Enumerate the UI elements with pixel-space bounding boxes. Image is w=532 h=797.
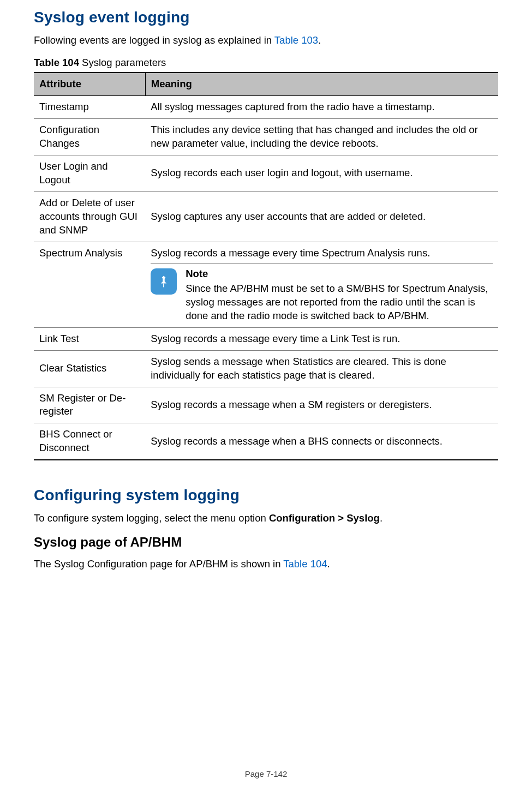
cell-attr: Spectrum Analysis (34, 242, 145, 327)
table-caption: Table 104 Syslog parameters (34, 57, 498, 69)
cell-attr: BHS Connect or Disconnect (34, 423, 145, 460)
intro-text-before: Following events are logged in syslog as… (34, 34, 274, 46)
note-text-wrap: Note Since the AP/BHM must be set to a S… (186, 267, 493, 323)
pin-note-icon (151, 268, 177, 295)
table-caption-label: Table 104 (34, 57, 79, 68)
cell-meaning: Syslog sends a message when Statistics a… (145, 350, 498, 387)
cell-attr: Add or Delete of user accounts through G… (34, 191, 145, 242)
note-body: Since the AP/BHM must be set to a SM/BHS… (186, 283, 488, 321)
page-container: Syslog event logging Following events ar… (0, 0, 532, 797)
heading-syslog-event-logging: Syslog event logging (34, 9, 498, 26)
note-title: Note (186, 267, 493, 281)
cell-attr: Link Test (34, 327, 145, 350)
heading-syslog-page-apbhm: Syslog page of AP/BHM (34, 535, 498, 550)
th-meaning: Meaning (145, 73, 498, 95)
link-table-103[interactable]: Table 103 (274, 34, 318, 46)
cell-attr: User Login and Logout (34, 155, 145, 191)
note-block: Note Since the AP/BHM must be set to a S… (151, 263, 493, 323)
syslog-parameters-table: Attribute Meaning Timestamp All syslog m… (34, 72, 498, 460)
heading-configuring-system-logging: Configuring system logging (34, 487, 498, 504)
syslog-page-intro-paragraph: The Syslog Configuration page for AP/BHM… (34, 558, 498, 571)
table-row: Link Test Syslog records a message every… (34, 327, 498, 350)
table-row: Spectrum Analysis Syslog records a messa… (34, 242, 498, 327)
table-row: Configuration Changes This includes any … (34, 118, 498, 155)
cell-meaning: All syslog messages captured from the ra… (145, 96, 498, 119)
cell-attr: Configuration Changes (34, 118, 145, 155)
config-intro-after: . (380, 512, 382, 524)
cell-meaning: Syslog captures any user accounts that a… (145, 191, 498, 242)
cell-meaning: Syslog records a message when a SM regis… (145, 387, 498, 423)
cell-meaning: Syslog records a message every time a Li… (145, 327, 498, 350)
table-row: User Login and Logout Syslog records eac… (34, 155, 498, 191)
table-header-row: Attribute Meaning (34, 73, 498, 95)
config-intro-paragraph: To configure system logging, select the … (34, 512, 498, 525)
cell-attr: SM Register or De-register (34, 387, 145, 423)
cell-meaning: Syslog records each user login and logou… (145, 155, 498, 191)
cell-attr: Timestamp (34, 96, 145, 119)
cell-meaning: Syslog records a message when a BHS conn… (145, 423, 498, 460)
th-attribute: Attribute (34, 73, 145, 95)
link-table-104[interactable]: Table 104 (283, 558, 327, 570)
page-number: Page 7-142 (0, 769, 532, 778)
cell-meaning: This includes any device setting that ha… (145, 118, 498, 155)
table-row: BHS Connect or Disconnect Syslog records… (34, 423, 498, 460)
table-row: SM Register or De-register Syslog record… (34, 387, 498, 423)
config-intro-before: To configure system logging, select the … (34, 512, 269, 524)
table-caption-title: Syslog parameters (79, 57, 166, 68)
intro-text-after: . (318, 34, 321, 46)
cell-attr: Clear Statistics (34, 350, 145, 387)
cell-meaning-text: Syslog records a message every time Spec… (151, 247, 430, 259)
table-row: Timestamp All syslog messages captured f… (34, 96, 498, 119)
syslog-page-intro-before: The Syslog Configuration page for AP/BHM… (34, 558, 283, 570)
intro-paragraph: Following events are logged in syslog as… (34, 34, 498, 47)
table-row: Add or Delete of user accounts through G… (34, 191, 498, 242)
table-row: Clear Statistics Syslog sends a message … (34, 350, 498, 387)
svg-rect-0 (163, 283, 164, 287)
syslog-page-intro-after: . (327, 558, 330, 570)
config-intro-bold: Configuration > Syslog (269, 512, 380, 524)
cell-meaning-with-note: Syslog records a message every time Spec… (145, 242, 498, 327)
